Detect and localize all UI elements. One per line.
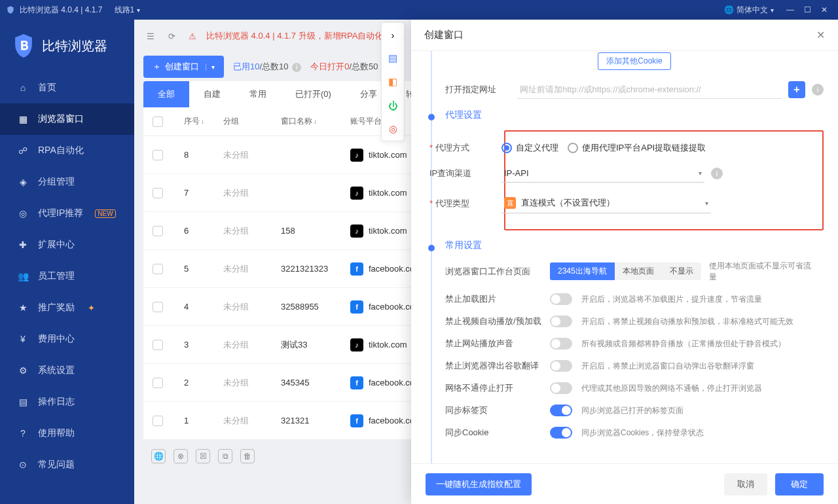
row-platform: tiktok.com xyxy=(369,340,407,350)
strip-note-icon[interactable]: ▤ xyxy=(382,46,404,70)
ok-button[interactable]: 确定 xyxy=(775,473,824,495)
log-icon: ▤ xyxy=(17,396,29,408)
tab-3[interactable]: 已打开(0) xyxy=(281,81,346,107)
stats-total: /总数10 xyxy=(259,62,288,71)
panel-close-icon[interactable]: ✕ xyxy=(816,29,825,41)
help-icon: ? xyxy=(17,427,29,439)
switch-toggle-5[interactable] xyxy=(550,405,572,416)
cancel-button[interactable]: 取消 xyxy=(724,473,767,495)
sidebar-item-puzzle[interactable]: ✚ 扩展中心 xyxy=(0,229,134,261)
footer-copy-icon[interactable]: ⧉ xyxy=(218,449,232,463)
chevron-down-icon: ▾ xyxy=(206,63,215,71)
row-checkbox[interactable] xyxy=(153,226,163,236)
ip-channel-select[interactable]: IP-API ▾ xyxy=(501,164,704,183)
switch-toggle-2[interactable] xyxy=(550,338,572,350)
switch-label-5: 同步标签页 xyxy=(445,405,550,416)
col-name[interactable]: 窗口名称 xyxy=(281,117,312,126)
row-checkbox[interactable] xyxy=(153,302,163,312)
strip-fingerprint-icon[interactable]: ◎ xyxy=(382,117,404,141)
tab-0[interactable]: 全部 xyxy=(143,81,189,107)
sort-down-icon: ↓ xyxy=(314,118,317,125)
col-seq[interactable]: 序号 xyxy=(184,117,200,126)
create-window-button[interactable]: ＋ 创建窗口 ▾ xyxy=(143,56,224,78)
row-group: 未分组 xyxy=(211,149,269,161)
close-button[interactable]: ✕ xyxy=(816,5,833,14)
switch-desc-5: 同步浏览器已打开的标签页面 xyxy=(581,405,824,416)
sidebar-item-users[interactable]: 👥 员工管理 xyxy=(0,261,134,292)
proxy-type-select[interactable]: 直 直连模式（不设置代理） ▾ xyxy=(501,193,711,213)
menu-toggle-icon[interactable]: ☰ xyxy=(143,29,158,43)
row-checkbox[interactable] xyxy=(153,416,163,426)
select-all-checkbox[interactable] xyxy=(153,117,163,127)
users-icon: 👥 xyxy=(17,270,29,282)
fb-icon: f xyxy=(350,300,363,314)
sidebar-item-help[interactable]: ? 使用帮助 xyxy=(0,418,134,449)
maximize-button[interactable]: ☐ xyxy=(799,5,816,14)
workpage-segmented[interactable]: 2345出海导航 本地页面 不显示 xyxy=(550,262,701,280)
language-selector[interactable]: 🌐 简体中文 ▾ xyxy=(724,5,774,16)
sparkle-icon: ✦ xyxy=(88,303,95,313)
strip-chat-icon[interactable]: ◧ xyxy=(382,70,404,94)
refresh-icon[interactable]: ⟳ xyxy=(164,29,179,43)
add-cookie-button[interactable]: 添加其他Cookie xyxy=(598,52,670,70)
add-url-button[interactable]: + xyxy=(788,81,805,98)
switch-toggle-0[interactable] xyxy=(550,293,572,305)
workpage-opt-1[interactable]: 本地页面 xyxy=(615,262,662,280)
tt-icon: ♪ xyxy=(350,187,363,200)
sidebar-item-target[interactable]: ◎ 代理IP推荐 NEW xyxy=(0,198,134,229)
windows-icon: ▦ xyxy=(17,113,29,125)
strip-collapse-icon[interactable]: › xyxy=(382,23,404,46)
strip-toggle-icon[interactable]: ⏻ xyxy=(382,94,404,117)
sidebar-item-gift[interactable]: ★ 推广奖励 ✦ xyxy=(0,292,134,323)
footer-close-icon[interactable]: ☒ xyxy=(196,449,210,463)
row-checkbox[interactable] xyxy=(153,378,163,388)
row-checkbox[interactable] xyxy=(153,188,163,198)
sidebar-item-gear[interactable]: ⚙ 系统设置 xyxy=(0,355,134,386)
footer-clear-icon[interactable]: ⊗ xyxy=(173,449,188,463)
warning-icon: ⚠ xyxy=(185,29,200,43)
workpage-opt-0[interactable]: 2345出海导航 xyxy=(550,262,615,280)
sidebar-item-log[interactable]: ▤ 操作日志 xyxy=(0,386,134,418)
tab-2[interactable]: 常用 xyxy=(235,81,281,107)
sidebar-item-faq[interactable]: ⊙ 常见问题 xyxy=(0,449,134,480)
switch-label-2: 禁止网站播放声音 xyxy=(445,338,550,350)
switch-toggle-3[interactable] xyxy=(550,360,572,372)
info-icon[interactable]: i xyxy=(292,63,301,72)
row-checkbox[interactable] xyxy=(153,150,163,160)
row-checkbox[interactable] xyxy=(153,264,163,274)
open-url-input[interactable] xyxy=(517,81,782,99)
footer-globe-icon[interactable]: 🌐 xyxy=(151,449,166,463)
footer-delete-icon[interactable]: 🗑 xyxy=(240,449,255,463)
plus-icon: ＋ xyxy=(153,61,161,73)
sidebar-item-label: 扩展中心 xyxy=(38,239,75,251)
chevron-down-icon: ▾ xyxy=(699,170,702,177)
sidebar-item-home[interactable]: ⌂ 首页 xyxy=(0,72,134,103)
switch-toggle-4[interactable] xyxy=(550,382,572,394)
row-name: 345345 xyxy=(269,378,338,387)
sidebar-item-label: 常见问题 xyxy=(38,459,75,471)
info-icon[interactable]: i xyxy=(711,168,723,179)
row-checkbox[interactable] xyxy=(153,340,163,350)
info-icon[interactable]: i xyxy=(812,84,824,96)
random-fingerprint-button[interactable]: 一键随机生成指纹配置 xyxy=(426,473,532,495)
switch-toggle-1[interactable] xyxy=(550,315,572,327)
col-group[interactable]: 分组 xyxy=(211,116,269,127)
sidebar-item-label: 分组管理 xyxy=(38,176,75,188)
sidebar-item-layers[interactable]: ◈ 分组管理 xyxy=(0,166,134,198)
switch-toggle-6[interactable] xyxy=(550,427,572,439)
sidebar-item-wallet[interactable]: ¥ 费用中心 xyxy=(0,323,134,355)
puzzle-icon: ✚ xyxy=(17,239,29,251)
minimize-button[interactable]: — xyxy=(782,5,799,14)
tab-1[interactable]: 自建 xyxy=(189,81,235,107)
home-icon: ⌂ xyxy=(17,82,29,94)
workpage-opt-2[interactable]: 不显示 xyxy=(662,262,701,280)
row-group: 未分组 xyxy=(211,225,269,237)
switch-desc-4: 代理或其他原因导致的网络不通畅，停止打开浏览器 xyxy=(581,382,824,394)
proxy-method-custom-radio[interactable] xyxy=(501,143,512,153)
route-label: 线路1 xyxy=(115,5,135,16)
proxy-method-api-radio[interactable] xyxy=(568,143,578,153)
route-selector[interactable]: 线路1 ▾ xyxy=(115,5,141,16)
sidebar-item-windows[interactable]: ▦ 浏览器窗口 xyxy=(0,103,134,135)
sidebar-item-robot[interactable]: ☍ RPA自动化 xyxy=(0,135,134,166)
panel-title: 创建窗口 xyxy=(424,29,464,41)
